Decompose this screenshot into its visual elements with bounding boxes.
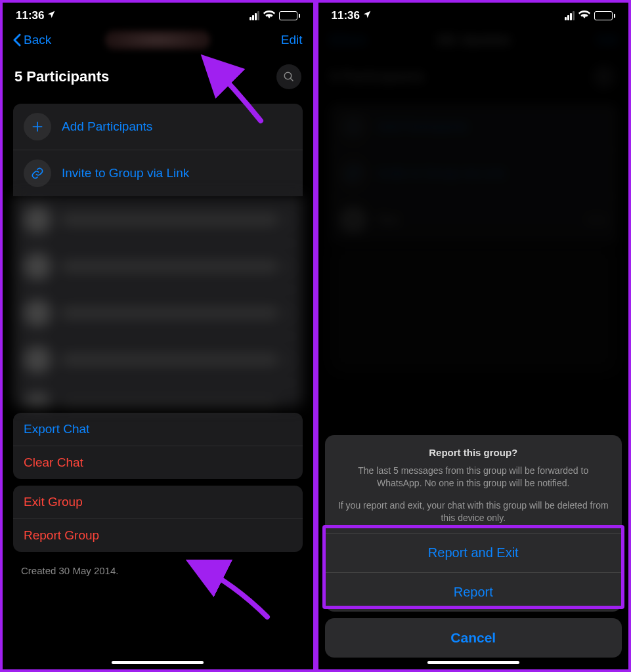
add-participants-label: Add Participants: [62, 119, 292, 134]
report-group-row[interactable]: Report Group: [13, 518, 303, 552]
sheet-title: Report this group?: [338, 447, 609, 458]
invite-link-row[interactable]: Invite to Group via Link: [13, 150, 303, 196]
battery-icon: 60: [594, 11, 615, 20]
report-group-label: Report Group: [24, 528, 292, 543]
location-icon: [362, 9, 372, 22]
export-chat-label: Export Chat: [24, 422, 292, 436]
add-participants-row[interactable]: Add Participants: [13, 104, 303, 150]
created-date: Created 30 May 2014.: [9, 558, 307, 583]
location-icon: [47, 9, 56, 22]
home-indicator[interactable]: [427, 661, 519, 664]
participants-count: 5 Participants: [14, 68, 109, 85]
left-screenshot: 11:36 60 Back Edit 5 Participants: [0, 0, 316, 672]
report-button[interactable]: Report: [325, 572, 622, 612]
invite-link-label: Invite to Group via Link: [62, 166, 292, 180]
status-bar: 11:36 60: [3, 3, 313, 26]
back-label: Back: [24, 33, 51, 47]
exit-group-label: Exit Group: [24, 495, 292, 509]
signal-icon: [565, 11, 575, 20]
sheet-desc-1: The last 5 messages from this group will…: [338, 465, 609, 490]
wifi-icon: [578, 9, 590, 22]
participant-list-redacted: › › › › ›: [13, 196, 303, 406]
clear-chat-label: Clear Chat: [24, 455, 292, 470]
exit-group-row[interactable]: Exit Group: [13, 486, 303, 518]
clear-chat-row[interactable]: Clear Chat: [13, 446, 303, 479]
cancel-button[interactable]: Cancel: [325, 618, 622, 658]
nav-bar: Back Edit: [3, 26, 313, 56]
report-and-exit-button[interactable]: Report and Exit: [325, 533, 622, 572]
home-indicator[interactable]: [112, 661, 204, 664]
participants-header-row: 5 Participants: [9, 56, 307, 97]
search-button[interactable]: [276, 64, 301, 89]
status-time: 11:36: [332, 9, 360, 22]
plus-icon: [24, 113, 51, 140]
action-sheet: Report this group? The last 5 messages f…: [325, 435, 622, 658]
back-button[interactable]: Back: [13, 33, 51, 47]
status-time: 11:36: [16, 9, 44, 22]
wifi-icon: [263, 9, 275, 22]
status-bar: 11:36 60: [318, 3, 629, 26]
sheet-desc-2: If you report and exit, your chat with t…: [338, 499, 609, 525]
edit-button[interactable]: Edit: [281, 33, 303, 47]
sheet-header: Report this group? The last 5 messages f…: [325, 435, 622, 533]
signal-icon: [250, 11, 259, 20]
right-screenshot: 11:36 60 Back 101 Jasmine Edit: [316, 0, 632, 672]
battery-icon: 60: [279, 11, 300, 20]
group-name-redacted: [105, 30, 210, 50]
link-icon: [24, 159, 51, 187]
export-chat-row[interactable]: Export Chat: [13, 413, 303, 446]
